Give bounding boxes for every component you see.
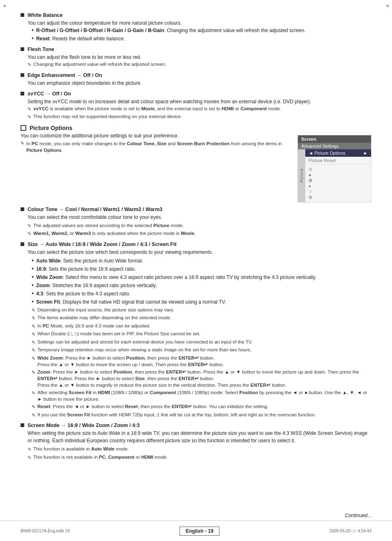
size-bullet-2: • 16:9: Sets the picture to the 16:9 asp… (32, 265, 371, 273)
white-balance-bullet-2: • Reset: Resets the default white balanc… (32, 35, 371, 42)
s-note-6: Temporary image retention may occur when… (37, 346, 251, 353)
note-icon-ct2: ✎ (28, 230, 31, 237)
menu-item-picture-reset: Picture Reset (305, 157, 371, 164)
picture-options-body: You can customize the additional picture… (21, 133, 291, 139)
s-note-720p: If you use the Screen Fit function with … (37, 411, 316, 418)
size-b4-text: Zoom: Stretches the 16:9 aspect ratio pi… (36, 282, 157, 289)
s-note-r: Reset: Press the ◄ or ► button to select… (37, 403, 268, 410)
note-icon-s1: ✎ (32, 307, 35, 314)
size-note-4: ✎ When Double (□, □) mode has been set i… (32, 330, 371, 338)
size-bullet-1: • Auto Wide: Sets the picture in Auto Wi… (32, 257, 371, 265)
note-icon-sf: ✎ (32, 390, 35, 397)
sm-note-2: This function is not available in PC, Co… (33, 454, 168, 460)
screen-mode-note-1: ✎ This function is available in Auto Wid… (28, 446, 371, 453)
size-b1-text: Auto Wide: Sets the picture in Auto Wide… (36, 257, 143, 265)
s-note-2: The items available may differ depending… (37, 314, 171, 321)
screen-menu-box: Screen Advanced Settings Picture ◄ Pictu… (297, 135, 371, 202)
bullet-size (21, 242, 24, 246)
xvycc-title: xvYCC → Off / On (28, 91, 71, 97)
note-icon-xvycc-2: ✎ (28, 114, 31, 121)
menu-icon-1: ⊙ (309, 167, 312, 172)
size-bullet-5: • 4:3: Sets the picture to the 4:3 aspec… (32, 290, 371, 297)
s-note-1: Depending on the input source, the pictu… (37, 306, 174, 313)
size-note-screenfit: ✎ After selecting Screen Fit in HDMI (10… (32, 389, 371, 402)
bullet-edge (21, 73, 24, 77)
xvycc-note-1: ✎ xvYCC is available when the picture mo… (28, 105, 371, 113)
size-note-reset: ✎ Reset: Press the ◄ or ► button to sele… (32, 403, 371, 411)
size-bullet-4: • Zoom: Stretches the 16:9 aspect ratio … (32, 282, 371, 289)
menu-icons-row-4: ♦ (309, 183, 368, 188)
note-icon-z: ✎ (32, 369, 35, 376)
page-number: English - 19 (186, 528, 213, 534)
s-note-3: In PC Mode, only 16:9 and 4:3 mode can b… (37, 323, 150, 329)
dot-bullet-2: • (32, 35, 34, 42)
ct-note-1-text: The adjusted values are stored according… (33, 222, 184, 229)
edge-title: Edge Enhancement → Off / On (28, 72, 102, 78)
menu-item-picture-options: ◄ Picture Options ► (305, 149, 371, 157)
picture-options-note-text: In PC mode, you can only make changes to… (26, 140, 291, 153)
size-note-zoom: ✎ Zoom: Press the ► button to select Pos… (32, 369, 371, 388)
corner-mark-top-left: ■ (3, 3, 6, 8)
s-note-5: Settings can be adjusted and stored for … (37, 339, 253, 345)
size-note-720p: ✎ If you use the Screen Fit function wit… (32, 411, 371, 419)
bullet-flesh-tone (21, 47, 24, 51)
size-note-3: ✎ In PC Mode, only 16:9 and 4:3 mode can… (32, 323, 371, 330)
xvycc-note-1-text: xvYCC is available when the picture mode… (33, 105, 281, 112)
size-note-1: ✎ Depending on the input source, the pic… (32, 306, 371, 314)
bottom-bar: BN68-02217A-Eng.indb 19 English - 19 200… (0, 520, 392, 541)
section-white-balance: White Balance You can adjust the colour … (21, 12, 371, 42)
colour-tone-note-1: ✎ The adjusted values are stored accordi… (28, 222, 371, 230)
checkbox-picture-options (21, 125, 26, 131)
screen-mode-note-2: ✎ This function is not available in PC, … (28, 454, 371, 461)
screen-mode-body: When setting the picture size to Auto Wi… (28, 430, 371, 444)
xvycc-note-2-text: This function may not be supported depen… (33, 113, 182, 120)
section-size: Size → Auto Wide / 16:9 / Wide Zoom / Zo… (21, 241, 371, 419)
menu-item-pr-label: Picture Reset (309, 158, 336, 163)
bullet-colour-tone (21, 207, 24, 211)
s-note-wz: Wide Zoom: Press the ► button to select … (37, 355, 224, 368)
flesh-tone-note-text: Changing the adjustment value will refre… (33, 61, 166, 67)
dot-b6: • (32, 298, 34, 305)
section-colour-tone: Colour Tone → Cool / Normal / Warm1 / Wa… (21, 207, 371, 237)
size-b2-text: 16:9: Sets the picture to the 16:9 aspec… (36, 265, 136, 273)
section-screen-mode: Screen Mode → 16:9 / Wide Zoom / Zoom / … (21, 423, 371, 461)
size-b3-text: Wide Zoom: Select this menu to view 4:3 … (36, 274, 316, 281)
menu-icons-row-5: ☆ (309, 189, 368, 194)
footer-left: BN68-02217A-Eng.indb 19 (21, 529, 70, 533)
size-note-5: ✎ Settings can be adjusted and stored fo… (32, 339, 371, 346)
colour-tone-note-2: ✎ Warm1, Warm2, or Warm3 is only activat… (28, 230, 371, 237)
size-note-wide-zoom: ✎ Wide Zoom: Press the ► button to selec… (32, 355, 371, 368)
note-icon-s6: ✎ (32, 347, 35, 354)
picture-options-text-area: You can customize the additional picture… (21, 133, 291, 202)
s-note-4: When Double (□, □) mode has been set in … (37, 330, 201, 337)
dot-b1: • (32, 257, 34, 264)
note-icon-ct1: ✎ (28, 223, 31, 230)
menu-icons-row-3: ✿ (309, 178, 368, 183)
size-bullet-6: • Screen Fit: Displays the full native H… (32, 298, 371, 306)
flesh-tone-note: ✎ Changing the adjustment value will ref… (28, 61, 371, 68)
white-balance-bullet-1: • R-Offset / G-Offset / B-Offset / R-Gai… (32, 27, 371, 34)
dot-b2: • (32, 265, 34, 272)
menu-icon-6: ⊞ (309, 195, 312, 200)
page: ■ ■ White Balance You can adjust the col… (0, 0, 392, 541)
footer-right: 2009-05-20 □□ 4:54:44 (330, 529, 371, 533)
white-balance-bullet-2-text: Reset: Resets the default white balance. (36, 35, 125, 42)
size-body: You can select the picture size which be… (28, 248, 371, 256)
note-icon-po: ✎ (21, 141, 24, 146)
white-balance-bullet-1-text: R-Offset / G-Offset / B-Offset / R-Gain … (36, 27, 306, 34)
bullet-screen-mode (21, 423, 24, 427)
menu-item-po-label: ◄ Picture Options (309, 151, 345, 156)
picture-options-title: Picture Options (30, 125, 72, 131)
menu-icons-row-1: ⊙ (309, 167, 368, 172)
size-b6-text: Screen Fit: Displays the full native HD … (36, 298, 226, 306)
continued-text: Continued... (345, 513, 371, 518)
bullet-white-balance (21, 13, 24, 17)
section-xvycc: xvYCC → Off / On Setting the xvYCC mode … (21, 91, 371, 121)
menu-item-po-arrow: ► (363, 151, 368, 156)
menu-icons-row-2: ● (309, 172, 368, 177)
dot-b4: • (32, 282, 34, 289)
colour-tone-title: Colour Tone → Cool / Normal / Warm1 / Wa… (28, 207, 162, 212)
colour-tone-body: You can select the most comfortable colo… (28, 214, 371, 221)
menu-icon-4: ♦ (309, 183, 311, 188)
sm-note-1: This function is available in Auto Wide … (33, 446, 129, 452)
